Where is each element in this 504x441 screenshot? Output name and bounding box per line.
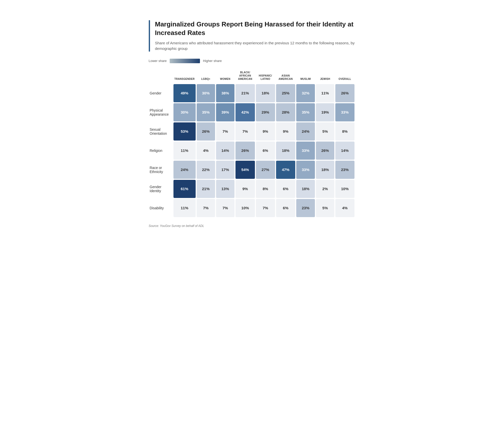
cell-6-8: 4% [335,199,354,217]
cell-4-1: 22% [197,161,215,179]
cell-4-4: 27% [256,161,275,179]
cell-1-8: 33% [335,103,354,121]
row-label-4: Race orEthnicity [150,161,172,179]
cell-1-7: 19% [316,103,334,121]
cell-2-8: 8% [335,122,354,141]
cell-6-2: 7% [216,199,234,217]
column-header-asian: ASIANAMERICAN [276,69,295,83]
title-block: Marginalized Groups Report Being Harasse… [149,20,355,52]
blue-accent-bar [149,20,150,52]
cell-6-1: 7% [197,199,215,217]
legend: Lower share Higher share [149,59,355,63]
cell-0-7: 11% [316,84,334,102]
cell-2-4: 9% [256,122,275,141]
cell-3-5: 18% [276,142,295,160]
cell-2-1: 26% [197,122,215,141]
cell-3-0: 11% [173,142,196,160]
row-label-header [150,69,172,83]
cell-2-7: 5% [316,122,334,141]
cell-6-4: 7% [256,199,275,217]
cell-2-5: 9% [276,122,295,141]
table-row: Race orEthnicity24%22%17%54%27%47%33%18%… [150,161,354,179]
main-title: Marginalized Groups Report Being Harasse… [155,20,355,37]
legend-gradient [170,59,200,63]
cell-6-3: 10% [235,199,255,217]
title-content: Marginalized Groups Report Being Harasse… [155,20,355,52]
table-wrapper: TRANSGENDERLGBQ+WOMENBLACK/AFRICANAMERIC… [149,68,355,218]
table-row: PhysicalAppearance30%35%39%42%29%28%35%1… [150,103,354,121]
cell-2-6: 24% [296,122,315,141]
cell-0-3: 21% [235,84,255,102]
cell-0-8: 26% [335,84,354,102]
cell-3-1: 4% [197,142,215,160]
cell-4-2: 17% [216,161,234,179]
row-label-2: SexualOrientation [150,122,172,141]
cell-1-0: 30% [173,103,196,121]
cell-1-2: 39% [216,103,234,121]
main-container: Marginalized Groups Report Being Harasse… [139,10,366,238]
cell-4-8: 23% [335,161,354,179]
column-header-hispanic: HISPANIC/LATINO [256,69,275,83]
column-header-lgbq: LGBQ+ [197,69,215,83]
cell-2-2: 7% [216,122,234,141]
cell-2-0: 53% [173,122,196,141]
cell-6-6: 23% [296,199,315,217]
cell-4-7: 18% [316,161,334,179]
column-header-muslim: MUSLIM [296,69,315,83]
cell-6-7: 5% [316,199,334,217]
column-header-transgender: TRANSGENDER [173,69,196,83]
cell-0-0: 49% [173,84,196,102]
cell-0-5: 25% [276,84,295,102]
cell-4-0: 24% [173,161,196,179]
cell-1-3: 42% [235,103,255,121]
cell-1-4: 29% [256,103,275,121]
cell-5-6: 18% [296,180,315,198]
subtitle: Share of Americans who attributed harass… [155,40,355,52]
cell-4-6: 33% [296,161,315,179]
cell-2-3: 7% [235,122,255,141]
cell-3-7: 26% [316,142,334,160]
table-body: Gender49%30%38%21%18%25%32%11%26%Physica… [150,84,354,217]
cell-0-6: 32% [296,84,315,102]
cell-3-3: 26% [235,142,255,160]
row-label-0: Gender [150,84,172,102]
row-label-1: PhysicalAppearance [150,103,172,121]
table-row: Religion11%4%14%26%6%18%33%26%14% [150,142,354,160]
cell-1-1: 35% [197,103,215,121]
data-table: TRANSGENDERLGBQ+WOMENBLACK/AFRICANAMERIC… [149,68,355,218]
table-row: Disability11%7%7%10%7%6%23%5%4% [150,199,354,217]
cell-5-5: 6% [276,180,295,198]
column-header-jewish: JEWISH [316,69,334,83]
cell-6-5: 6% [276,199,295,217]
legend-lower-label: Lower share [149,59,167,63]
cell-5-0: 61% [173,180,196,198]
cell-5-3: 9% [235,180,255,198]
cell-0-2: 38% [216,84,234,102]
cell-1-5: 28% [276,103,295,121]
cell-5-1: 21% [197,180,215,198]
row-label-5: GenderIdentity [150,180,172,198]
cell-4-5: 47% [276,161,295,179]
column-header-black: BLACK/AFRICANAMERICAN [235,69,255,83]
cell-5-7: 2% [316,180,334,198]
cell-3-2: 14% [216,142,234,160]
cell-6-0: 11% [173,199,196,217]
cell-1-6: 35% [296,103,315,121]
table-row: Gender49%30%38%21%18%25%32%11%26% [150,84,354,102]
column-header-women: WOMEN [216,69,234,83]
cell-0-4: 18% [256,84,275,102]
cell-3-4: 6% [256,142,275,160]
cell-5-4: 8% [256,180,275,198]
row-label-6: Disability [150,199,172,217]
cell-0-1: 30% [197,84,215,102]
legend-higher-label: Higher share [203,59,222,63]
table-header-row: TRANSGENDERLGBQ+WOMENBLACK/AFRICANAMERIC… [150,69,354,83]
source-text: Source: YouGov Survey on behalf of ADL [149,224,355,228]
cell-5-2: 13% [216,180,234,198]
row-label-3: Religion [150,142,172,160]
table-row: SexualOrientation53%26%7%7%9%9%24%5%8% [150,122,354,141]
column-header-overall: OVERALL [335,69,354,83]
cell-5-8: 10% [335,180,354,198]
table-row: GenderIdentity61%21%13%9%8%6%18%2%10% [150,180,354,198]
cell-3-8: 14% [335,142,354,160]
